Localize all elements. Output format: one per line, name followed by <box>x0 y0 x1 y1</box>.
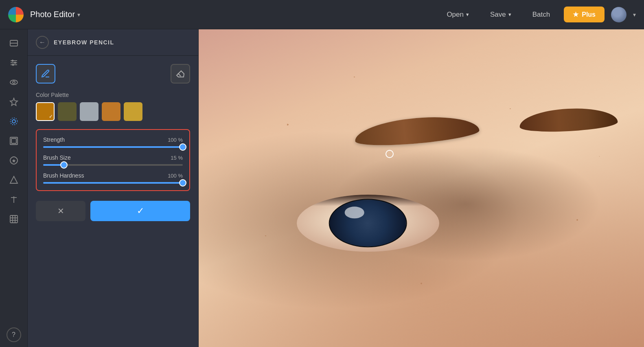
panel-header: ← EYEBROW PENCIL <box>28 29 198 56</box>
color-swatch-2[interactable] <box>80 102 99 121</box>
brush-hardness-slider-fill <box>43 182 183 184</box>
panel-title: EYEBROW PENCIL <box>54 39 114 46</box>
app-title-text: Photo Editor <box>30 10 75 19</box>
save-button[interactable]: Save ▾ <box>483 7 519 22</box>
brush-size-label: Brush Size <box>43 154 71 161</box>
plus-label: Plus <box>582 11 596 18</box>
svg-point-12 <box>10 118 17 125</box>
brush-hardness-slider-track[interactable] <box>43 182 183 184</box>
confirm-button[interactable]: ✓ <box>90 201 190 221</box>
canvas-area[interactable]: Flatten <box>199 29 644 347</box>
eyebrow-panel: ← EYEBROW PENCIL <box>28 29 199 347</box>
eye-left <box>297 195 439 252</box>
texture-tool-button[interactable] <box>5 210 23 228</box>
brush-hardness-header: Brush Hardness 100 % <box>43 172 183 179</box>
text-tool-button[interactable] <box>5 191 23 209</box>
main-area: ? ← EYEBROW PENCIL <box>0 29 644 347</box>
svg-rect-18 <box>10 215 18 223</box>
iris-shine <box>345 206 364 218</box>
topbar: Photo Editor ▾ Open ▾ Save ▾ Batch ★ Plu… <box>0 0 644 29</box>
back-icon: ← <box>39 39 46 46</box>
batch-button[interactable]: Batch <box>525 7 557 22</box>
sliders-section: Strength 100 % Brush Size 15 % <box>36 129 190 191</box>
plus-button[interactable]: ★ Plus <box>564 7 605 22</box>
brush-hardness-label: Brush Hardness <box>43 172 84 179</box>
svg-marker-15 <box>10 176 18 183</box>
freckles-overlay <box>199 29 644 347</box>
effects-tool-button[interactable] <box>5 93 23 111</box>
confirm-icon: ✓ <box>137 206 144 216</box>
app-logo <box>8 7 24 22</box>
open-chevron-icon: ▾ <box>466 11 469 18</box>
avatar-chevron-icon[interactable]: ▾ <box>633 11 636 18</box>
app-title[interactable]: Photo Editor ▾ <box>30 10 80 19</box>
brush-hardness-slider-row: Brush Hardness 100 % <box>43 172 183 184</box>
retouch-tool-button[interactable] <box>5 112 23 130</box>
brush-size-slider-thumb[interactable] <box>60 161 68 169</box>
view-tool-button[interactable] <box>5 73 23 91</box>
adjust-tool-button[interactable] <box>5 34 23 52</box>
svg-marker-10 <box>10 98 18 105</box>
tool-icons-row <box>36 64 190 83</box>
color-palette-section: Color Palette ✓ <box>36 92 190 121</box>
brush-size-header: Brush Size 15 % <box>43 154 183 161</box>
cancel-button[interactable]: ✕ <box>36 201 85 221</box>
avatar[interactable] <box>611 7 626 22</box>
strength-slider-row: Strength 100 % <box>43 136 183 148</box>
svg-rect-14 <box>11 138 16 143</box>
help-button[interactable]: ? <box>7 327 21 342</box>
strength-slider-track[interactable] <box>43 146 183 148</box>
frames-tool-button[interactable] <box>5 132 23 150</box>
brush-hardness-value: 100 % <box>168 173 183 179</box>
brush-hardness-slider-thumb[interactable] <box>179 179 186 187</box>
cancel-icon: ✕ <box>57 206 64 216</box>
save-label: Save <box>490 11 506 19</box>
brush-size-slider-track[interactable] <box>43 164 183 166</box>
plus-star-icon: ★ <box>573 11 578 18</box>
open-button[interactable]: Open ▾ <box>439 7 476 22</box>
color-swatch-3[interactable] <box>102 102 120 121</box>
title-chevron-icon: ▾ <box>77 11 80 18</box>
strength-label: Strength <box>43 136 65 143</box>
color-swatch-0[interactable]: ✓ <box>36 102 55 121</box>
help-icon: ? <box>12 331 15 338</box>
stickers-tool-button[interactable] <box>5 152 23 169</box>
brush-size-slider-row: Brush Size 15 % <box>43 154 183 166</box>
svg-point-11 <box>12 120 15 123</box>
brush-size-value: 15 % <box>171 155 183 161</box>
svg-point-3 <box>11 60 13 62</box>
eraser-tool-button[interactable] <box>171 64 190 83</box>
shapes-tool-button[interactable] <box>5 171 23 189</box>
svg-point-5 <box>14 62 16 64</box>
open-label: Open <box>447 11 464 19</box>
pencil-tool-button[interactable] <box>36 64 55 83</box>
panel-content: Color Palette ✓ Strength 100 <box>28 56 198 229</box>
color-swatch-4[interactable] <box>124 102 142 121</box>
action-buttons: ✕ ✓ <box>36 201 190 221</box>
strength-header: Strength 100 % <box>43 136 183 143</box>
color-swatches: ✓ <box>36 102 190 121</box>
iris <box>329 199 407 247</box>
photo-canvas[interactable] <box>199 29 644 347</box>
batch-label: Batch <box>532 11 550 19</box>
svg-point-7 <box>12 64 14 66</box>
save-chevron-icon: ▾ <box>508 11 511 18</box>
filters-tool-button[interactable] <box>5 54 23 72</box>
strength-value: 100 % <box>168 137 183 143</box>
strength-slider-thumb[interactable] <box>179 143 186 151</box>
strength-slider-fill <box>43 146 183 148</box>
color-swatch-1[interactable] <box>58 102 77 121</box>
svg-point-9 <box>13 81 15 83</box>
color-palette-label: Color Palette <box>36 92 190 98</box>
back-button[interactable]: ← <box>36 36 49 49</box>
left-icon-bar: ? <box>0 29 28 347</box>
eye-white <box>297 195 439 252</box>
